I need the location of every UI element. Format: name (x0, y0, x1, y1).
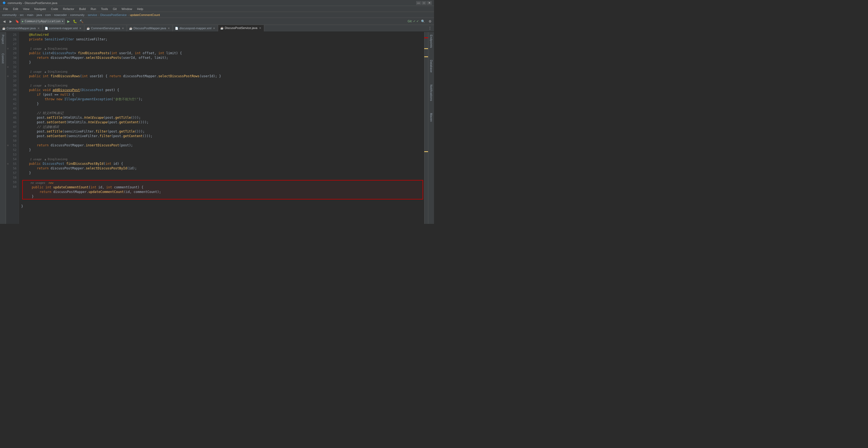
tab-label: CommentService.java (91, 27, 120, 30)
window-controls[interactable]: — □ ✕ (416, 1, 432, 5)
tab-label: DiscussPostMapper.java (133, 27, 166, 30)
settings-button[interactable]: ⚙ (427, 19, 433, 24)
menu-git[interactable]: Git (111, 7, 119, 11)
menu-build[interactable]: Build (77, 7, 88, 11)
line-num-45: 45 (6, 115, 17, 120)
tab-comment-mapper-java[interactable]: ☕ CommentMapper.java ✕ (0, 25, 42, 32)
notifications-panel-label[interactable]: Notifications (429, 83, 433, 103)
database-panel-label[interactable]: Database (429, 58, 433, 74)
hint-line-32: 1 usage ▲ DingJiaxiong (21, 69, 424, 74)
code-line-46: post.setContent(sensitiveFilter.filter(p… (21, 134, 424, 138)
breadcrumb-com[interactable]: com (45, 13, 51, 16)
maven-panel-label[interactable]: Maven (429, 111, 433, 124)
menu-run[interactable]: Run (88, 7, 98, 11)
tab-discuss-post-service-java[interactable]: ☕ DiscussPostService.java ✕ (218, 25, 264, 32)
menu-code[interactable]: Code (49, 7, 60, 11)
code-line-52: return discussPostMapper.selectDiscussPo… (21, 166, 424, 171)
warning-marker-3 (424, 151, 428, 152)
run-button[interactable]: ▶ (65, 19, 71, 24)
search-everywhere-button[interactable]: 🔍 (420, 19, 426, 24)
code-line-59: } (21, 204, 424, 209)
endpoints-panel-label[interactable]: Endpoints (429, 33, 433, 49)
breadcrumb-project[interactable]: community (2, 13, 17, 16)
code-text-area[interactable]: @Autowired private SensitiveFilter sensi… (19, 32, 424, 224)
menu-navigate[interactable]: Navigate (32, 7, 48, 11)
tab-label: CommentMapper.java (6, 27, 36, 30)
line-num-58: 58 (6, 175, 17, 180)
line-num-39: 39 (6, 88, 17, 93)
back-button[interactable]: ◀ (1, 19, 7, 24)
breadcrumb-method[interactable]: updateCommentCount (130, 13, 160, 16)
tab-more-button[interactable]: ⋮ (427, 26, 433, 31)
tab-close-icon[interactable]: ✕ (37, 27, 40, 30)
code-line-39: } (21, 102, 424, 106)
hint-line-28: 1 usage ▲ DingJiaxiong (21, 46, 424, 51)
error-marker (424, 37, 428, 38)
breadcrumb-service[interactable]: service (88, 13, 97, 16)
code-line-43: post.setContent(HtmlUtils.htmlEscape(pos… (21, 120, 424, 125)
tab-discuss-post-mapper-java[interactable]: ☕ DiscussPostMapper.java ✕ (127, 25, 173, 32)
forward-button[interactable]: ▶ (8, 19, 13, 24)
line-num-57: 57 (6, 171, 17, 175)
menu-view[interactable]: View (21, 7, 32, 11)
highlighted-method-box: no usages new public int updateCommentCo… (22, 180, 423, 200)
tab-comment-mapper-xml[interactable]: 📄 comment-mapper.xml ✕ (42, 25, 85, 32)
build-button[interactable]: 🔨 (79, 19, 84, 24)
tab-close-icon[interactable]: ✕ (121, 27, 124, 30)
window-title: community - DiscussPostService.java (8, 1, 57, 5)
code-line-51: public DiscussPost findDiscussPostById(i… (21, 162, 424, 166)
tab-discusspost-mapper-xml[interactable]: 📄 discusspost-mapper.xml ✕ (173, 25, 218, 32)
minimize-button[interactable]: — (416, 1, 421, 5)
line-num-44: 44 (6, 111, 17, 115)
menu-edit[interactable]: Edit (11, 7, 20, 11)
line-num-48: 48 (6, 129, 17, 134)
line-num-50: 50 (6, 138, 17, 143)
hint-line-51: 1 usage ▲ DingJiaxiong (21, 157, 424, 162)
toolbar-left: ◀ ▶ 🔖 ▶ CommunityApplication ▾ ▶ 🐛 🔨 (1, 19, 84, 24)
tab-comment-service-java[interactable]: ☕ CommentService.java ✕ (84, 25, 127, 32)
code-editor[interactable]: 25 26 27 ⊟ 28 29 30 31 ⊟ 32 35 ⊟ 36 37 3… (6, 32, 428, 224)
tab-close-icon[interactable]: ✕ (212, 27, 216, 30)
code-line-55: public int updateCommentCount(int id, in… (24, 185, 422, 190)
bookmark-button[interactable]: 🔖 (14, 19, 20, 24)
commit-panel-label[interactable]: Commit (1, 52, 5, 65)
app-icon: 🔷 (2, 1, 6, 5)
menu-bar: File Edit View Navigate Code Refactor Bu… (0, 6, 434, 12)
code-line-58 (21, 200, 424, 204)
breadcrumb-file[interactable]: DiscussPostService (100, 13, 127, 16)
fold-icon-32[interactable]: ⊟ (6, 66, 9, 69)
breadcrumb-java[interactable]: java (37, 13, 42, 16)
fold-icon-51[interactable]: ⊟ (6, 144, 9, 147)
code-line-29: return discussPostMapper.selectDiscussPo… (21, 56, 424, 60)
xml-icon: 📄 (45, 27, 48, 30)
line-num-52: 52 (6, 148, 17, 152)
breadcrumb-src[interactable]: src (20, 13, 24, 16)
run-config-dropdown[interactable]: ▶ CommunityApplication ▾ (21, 19, 65, 24)
maximize-button[interactable]: □ (422, 1, 426, 5)
fold-icon-55[interactable]: ⊟ (6, 163, 9, 165)
menu-file[interactable]: File (1, 7, 10, 11)
tab-close-icon[interactable]: ✕ (167, 27, 170, 30)
tabs-bar: ☕ CommentMapper.java ✕ 📄 comment-mapper.… (0, 25, 434, 32)
fold-icon-36[interactable]: ⊟ (6, 75, 9, 78)
breadcrumb-nowcoder[interactable]: nowcoder (54, 13, 67, 16)
xml-icon: 📄 (175, 27, 178, 30)
debug-button[interactable]: 🐛 (72, 19, 78, 24)
tab-close-icon[interactable]: ✕ (258, 26, 262, 30)
line-num-25: 25 (6, 33, 17, 37)
tab-close-icon[interactable]: ✕ (79, 27, 82, 30)
code-line-60 (21, 209, 424, 213)
menu-window[interactable]: Window (119, 7, 134, 11)
fold-icon-28[interactable]: ⊟ (6, 47, 9, 50)
scrollbar-error-gutter (424, 32, 428, 224)
breadcrumb-main[interactable]: main (27, 13, 33, 16)
breadcrumb-community[interactable]: community (70, 13, 84, 16)
close-button[interactable]: ✕ (427, 1, 432, 5)
line-num-59: 59 (6, 180, 17, 184)
project-panel-label[interactable]: Project (1, 33, 5, 46)
menu-refactor[interactable]: Refactor (61, 7, 76, 11)
menu-help[interactable]: Help (135, 7, 145, 11)
menu-tools[interactable]: Tools (99, 7, 110, 11)
code-line-56: return discussPostMapper.updateCommentCo… (24, 190, 422, 194)
code-line-28: public List<DiscussPost> findDiscussPost… (21, 51, 424, 56)
